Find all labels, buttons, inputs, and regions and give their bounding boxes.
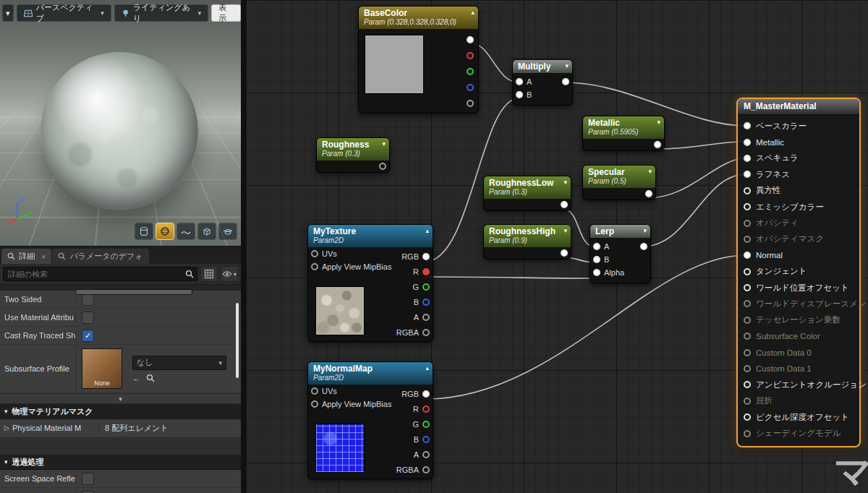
preview-plane-button[interactable] — [176, 223, 195, 240]
display-filter-button[interactable] — [200, 266, 218, 282]
material-input-row[interactable]: アンビエントオクルージョン — [738, 377, 859, 393]
output-pin-g[interactable] — [467, 68, 474, 75]
material-input-row[interactable]: Normal — [738, 247, 859, 263]
output-pin-rgba[interactable] — [422, 329, 430, 336]
chevron-down-icon[interactable]: ▾ — [648, 168, 652, 175]
output-pin-a[interactable] — [422, 451, 430, 458]
material-input-row[interactable]: ベースカラー — [738, 118, 859, 134]
use-selected-asset-icon[interactable]: ← — [132, 374, 140, 382]
chevron-down-icon[interactable]: ▾ — [382, 140, 386, 147]
use-material-attributes-checkbox[interactable] — [82, 312, 94, 324]
material-input-row[interactable]: Custom Data 0 — [738, 344, 859, 360]
perspective-button[interactable]: パースペクティブ ▾ — [17, 4, 111, 22]
output-pin[interactable] — [562, 78, 569, 85]
output-pin-b[interactable] — [422, 436, 430, 443]
browse-asset-icon[interactable] — [146, 374, 155, 382]
input-pin-a[interactable] — [516, 78, 523, 85]
output-pin-b[interactable] — [422, 299, 430, 306]
input-pin[interactable] — [744, 365, 751, 372]
output-pin-g[interactable] — [422, 283, 430, 291]
collapse-icon[interactable]: ▴ — [425, 364, 429, 372]
expander-icon[interactable]: ▷ — [4, 424, 9, 432]
input-pin-a[interactable] — [593, 243, 600, 250]
input-pin[interactable] — [744, 300, 751, 307]
material-input-row[interactable]: ワールドディスプレースメント — [738, 296, 859, 312]
input-pin-uvs[interactable] — [311, 387, 318, 395]
output-pin-a[interactable] — [422, 314, 430, 321]
section-translucency[interactable]: ▾ 透過処理 — [0, 455, 241, 470]
input-pin[interactable] — [744, 284, 751, 291]
output-pin[interactable] — [561, 249, 568, 257]
show-button[interactable]: 表示 — [211, 4, 241, 22]
advanced-collapse-bar[interactable]: ▾ — [0, 393, 241, 404]
view-options-button[interactable]: ▾ — [221, 266, 238, 282]
close-icon[interactable]: × — [41, 252, 46, 261]
input-pin[interactable] — [744, 398, 751, 405]
preview-viewport[interactable]: ▾ パースペクティブ ▾ ライティングあり ▾ 表示 — [0, 0, 241, 246]
section-physical-material-mask[interactable]: ▾ 物理マテリアルマスク — [0, 404, 241, 419]
input-pin-mipbias[interactable] — [311, 263, 318, 270]
input-pin-alpha[interactable] — [593, 269, 600, 276]
material-input-row[interactable]: テッセレーション乗数 — [738, 312, 859, 328]
node-mytexture[interactable]: MyTexture Param2D ▴ UVs Apply View MipBi… — [307, 224, 433, 342]
search-input[interactable] — [7, 269, 185, 279]
node-master-material[interactable]: M_MasterMaterial ベースカラー Metallic — [736, 98, 861, 447]
input-pin-uvs[interactable] — [311, 250, 318, 257]
input-pin[interactable] — [744, 349, 751, 356]
material-input-row[interactable]: オパシティ — [738, 215, 859, 231]
material-input-row[interactable]: オパシティマスク — [738, 231, 859, 247]
asset-dropdown[interactable]: なし ▾ — [132, 356, 226, 370]
input-pin[interactable] — [744, 413, 751, 421]
collapse-icon[interactable]: ▴ — [425, 227, 429, 234]
material-input-row[interactable]: エミッシブカラー — [738, 199, 859, 215]
material-input-row[interactable]: ピクセル深度オフセット — [738, 409, 859, 425]
output-pin-r[interactable] — [422, 406, 430, 413]
lit-mode-button[interactable]: ライティングあり ▾ — [114, 4, 208, 22]
input-pin[interactable] — [744, 171, 751, 178]
horizontal-scrollbar[interactable] — [0, 285, 241, 291]
collapse-icon[interactable]: ▴ — [471, 9, 475, 16]
chevron-down-icon[interactable]: ▾ — [657, 119, 660, 126]
input-pin-mipbias[interactable] — [311, 400, 318, 408]
preview-cube-button[interactable] — [197, 223, 216, 240]
input-pin[interactable] — [744, 139, 751, 146]
input-pin[interactable] — [744, 252, 751, 259]
asset-thumbnail[interactable]: None — [82, 348, 122, 389]
vertical-scrollbar[interactable] — [236, 303, 239, 378]
node-basecolor[interactable]: BaseColor Param (0.328,0.328,0.328,0) ▴ — [358, 6, 479, 113]
output-pin[interactable] — [645, 190, 652, 197]
input-pin[interactable] — [744, 268, 751, 275]
material-input-row[interactable]: 異方性 — [738, 183, 859, 199]
input-pin-b[interactable] — [593, 256, 600, 263]
input-pin[interactable] — [744, 333, 751, 340]
node-roughness[interactable]: Roughness Param (0.3) ▾ — [316, 137, 390, 173]
output-pin[interactable] — [561, 201, 568, 208]
input-pin-b[interactable] — [516, 91, 523, 98]
tab-details[interactable]: 詳細 × — [1, 249, 51, 264]
chevron-down-icon[interactable]: ▾ — [563, 227, 567, 234]
output-pin-rgba[interactable] — [422, 466, 430, 473]
input-pin[interactable] — [744, 317, 751, 324]
screen-space-reflections-checkbox[interactable] — [82, 473, 94, 485]
output-pin-rgba[interactable] — [467, 36, 474, 43]
output-pin[interactable] — [379, 163, 386, 170]
material-input-row[interactable]: タンジェント — [738, 264, 859, 280]
input-pin[interactable] — [744, 236, 751, 243]
input-pin[interactable] — [744, 155, 751, 162]
node-lerp[interactable]: Lerp ▾ A B Alpha — [590, 224, 651, 283]
material-input-row[interactable]: 屈折 — [738, 393, 859, 409]
chevron-down-icon[interactable]: ▾ — [563, 179, 567, 186]
output-pin-rgb[interactable] — [422, 390, 430, 398]
node-roughnesshigh[interactable]: RoughnessHigh Param (0.9) ▾ — [483, 224, 571, 260]
contact-shadows-checkbox[interactable] — [82, 491, 94, 493]
output-pin-r[interactable] — [422, 268, 430, 275]
output-pin-b[interactable] — [467, 84, 474, 91]
node-multiply[interactable]: Multiply ▾ A B — [512, 59, 573, 106]
viewport-options-button[interactable]: ▾ — [2, 4, 14, 22]
output-pin-r[interactable] — [467, 52, 474, 59]
scrollbar-thumb[interactable] — [75, 289, 192, 295]
node-mynormalmap[interactable]: MyNormalMap Param2D ▴ UVs Apply View Mip… — [307, 361, 433, 479]
output-pin-a[interactable] — [467, 100, 474, 107]
material-input-row[interactable]: ラフネス — [738, 166, 859, 182]
material-input-row[interactable]: シェーディングモデル — [738, 425, 859, 441]
